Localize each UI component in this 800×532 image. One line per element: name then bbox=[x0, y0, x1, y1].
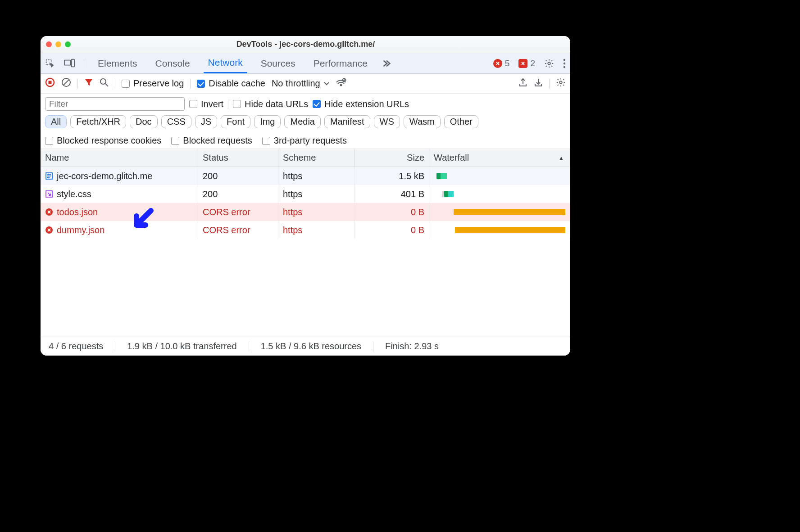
record-icon[interactable] bbox=[45, 77, 55, 90]
errors-badge[interactable]: 5 bbox=[493, 59, 510, 68]
invert-checkbox[interactable]: Invert bbox=[189, 99, 223, 109]
row-name: jec-cors-demo.glitch.me bbox=[57, 171, 152, 181]
status-resources: 1.5 kB / 9.6 kB resources bbox=[261, 341, 361, 352]
row-status: CORS error bbox=[198, 221, 278, 239]
column-size[interactable]: Size bbox=[355, 149, 429, 167]
type-pill-fetchxhr[interactable]: Fetch/XHR bbox=[70, 115, 126, 128]
row-name: todos.json bbox=[57, 207, 98, 217]
table-row[interactable]: dummy.json CORS error https 0 B bbox=[41, 221, 570, 239]
tab-sources[interactable]: Sources bbox=[256, 53, 300, 73]
network-conditions-icon[interactable] bbox=[336, 78, 346, 89]
requests-table: Name Status Scheme Size Waterfall ▲ jec-… bbox=[41, 149, 570, 302]
issues-badge[interactable]: 2 bbox=[518, 59, 535, 68]
table-row[interactable]: todos.json CORS error https 0 B bbox=[41, 203, 570, 221]
filter-input[interactable] bbox=[45, 97, 185, 111]
row-status: 200 bbox=[198, 185, 278, 203]
row-size: 0 B bbox=[355, 203, 429, 221]
minimize-window-button[interactable] bbox=[55, 41, 61, 47]
preserve-log-label: Preserve log bbox=[133, 78, 184, 89]
error-circle-icon bbox=[493, 59, 502, 68]
device-icon[interactable] bbox=[64, 59, 75, 68]
type-pill-css[interactable]: CSS bbox=[161, 115, 191, 128]
svg-point-3 bbox=[548, 62, 550, 65]
devtools-window: DevTools - jec-cors-demo.glitch.me/ Elem… bbox=[41, 36, 570, 356]
svg-line-10 bbox=[64, 80, 69, 85]
throttling-select[interactable]: No throttling bbox=[272, 78, 329, 89]
blocked-cookies-label: Blocked response cookies bbox=[57, 135, 161, 146]
tab-performance[interactable]: Performance bbox=[309, 53, 372, 73]
third-party-label: 3rd-party requests bbox=[274, 135, 347, 146]
row-status: CORS error bbox=[198, 203, 278, 221]
network-toolbar: Preserve log Disable cache No throttling bbox=[41, 74, 570, 94]
window-title: DevTools - jec-cors-demo.glitch.me/ bbox=[71, 40, 541, 49]
titlebar: DevTools - jec-cors-demo.glitch.me/ bbox=[41, 36, 570, 53]
svg-rect-1 bbox=[64, 60, 71, 65]
panel-settings-icon[interactable] bbox=[556, 77, 566, 90]
window-controls bbox=[46, 41, 71, 47]
settings-icon[interactable] bbox=[544, 59, 554, 68]
table-row[interactable]: style.css 200 https 401 B bbox=[41, 185, 570, 203]
tab-console[interactable]: Console bbox=[151, 53, 195, 73]
blocked-requests-checkbox[interactable]: Blocked requests bbox=[171, 135, 252, 146]
filter-icon[interactable] bbox=[84, 78, 93, 89]
import-har-icon[interactable] bbox=[534, 78, 543, 89]
column-name[interactable]: Name bbox=[41, 149, 198, 167]
status-transferred: 1.9 kB / 10.0 kB transferred bbox=[127, 341, 236, 352]
table-body: jec-cors-demo.glitch.me 200 https 1.5 kB… bbox=[41, 167, 570, 302]
hide-data-urls-label: Hide data URLs bbox=[245, 99, 308, 109]
column-status[interactable]: Status bbox=[198, 149, 278, 167]
type-pill-img[interactable]: Img bbox=[254, 115, 281, 128]
close-window-button[interactable] bbox=[46, 41, 52, 47]
status-finish: Finish: 2.93 s bbox=[385, 341, 439, 352]
row-scheme: https bbox=[278, 167, 355, 185]
type-pill-wasm[interactable]: Wasm bbox=[404, 115, 441, 128]
row-name: dummy.json bbox=[57, 225, 105, 235]
table-row[interactable]: jec-cors-demo.glitch.me 200 https 1.5 kB bbox=[41, 167, 570, 185]
row-size: 1.5 kB bbox=[355, 167, 429, 185]
preserve-log-checkbox[interactable]: Preserve log bbox=[122, 78, 184, 89]
svg-point-15 bbox=[559, 81, 562, 84]
type-pill-doc[interactable]: Doc bbox=[130, 115, 158, 128]
type-pill-all[interactable]: All bbox=[45, 115, 67, 128]
document-icon bbox=[45, 172, 53, 180]
clear-icon[interactable] bbox=[61, 77, 71, 90]
type-pill-font[interactable]: Font bbox=[221, 115, 250, 128]
type-pill-media[interactable]: Media bbox=[284, 115, 320, 128]
type-pill-js[interactable]: JS bbox=[195, 115, 217, 128]
disable-cache-checkbox[interactable]: Disable cache bbox=[197, 78, 265, 89]
hide-ext-urls-label: Hide extension URLs bbox=[324, 99, 409, 109]
tab-network[interactable]: Network bbox=[204, 53, 247, 73]
stylesheet-icon bbox=[45, 190, 53, 198]
type-pill-ws[interactable]: WS bbox=[374, 115, 400, 128]
disable-cache-label: Disable cache bbox=[209, 78, 265, 89]
status-requests: 4 / 6 requests bbox=[49, 341, 103, 352]
maximize-window-button[interactable] bbox=[65, 41, 71, 47]
svg-rect-2 bbox=[72, 59, 74, 67]
search-icon[interactable] bbox=[100, 78, 109, 89]
svg-point-5 bbox=[564, 62, 565, 64]
row-size: 0 B bbox=[355, 221, 429, 239]
row-size: 401 B bbox=[355, 185, 429, 203]
svg-point-13 bbox=[340, 85, 341, 86]
row-scheme: https bbox=[278, 221, 355, 239]
svg-point-11 bbox=[100, 79, 106, 84]
inspect-icon[interactable] bbox=[45, 59, 55, 68]
type-pill-manifest[interactable]: Manifest bbox=[324, 115, 370, 128]
column-scheme[interactable]: Scheme bbox=[278, 149, 355, 167]
row-waterfall bbox=[429, 221, 570, 239]
row-scheme: https bbox=[278, 203, 355, 221]
blocked-cookies-checkbox[interactable]: Blocked response cookies bbox=[45, 135, 161, 146]
more-tabs-icon[interactable] bbox=[381, 59, 391, 68]
svg-point-4 bbox=[564, 59, 565, 60]
kebab-menu-icon[interactable] bbox=[563, 59, 566, 68]
row-waterfall bbox=[429, 167, 570, 185]
tab-elements[interactable]: Elements bbox=[93, 53, 142, 73]
type-pill-other[interactable]: Other bbox=[444, 115, 478, 128]
table-header: Name Status Scheme Size Waterfall ▲ bbox=[41, 149, 570, 167]
third-party-checkbox[interactable]: 3rd-party requests bbox=[262, 135, 347, 146]
export-har-icon[interactable] bbox=[518, 78, 527, 89]
column-waterfall[interactable]: Waterfall ▲ bbox=[429, 149, 570, 167]
hide-data-urls-checkbox[interactable]: Hide data URLs bbox=[233, 99, 308, 109]
error-icon bbox=[45, 226, 53, 234]
hide-ext-urls-checkbox[interactable]: Hide extension URLs bbox=[313, 99, 409, 109]
